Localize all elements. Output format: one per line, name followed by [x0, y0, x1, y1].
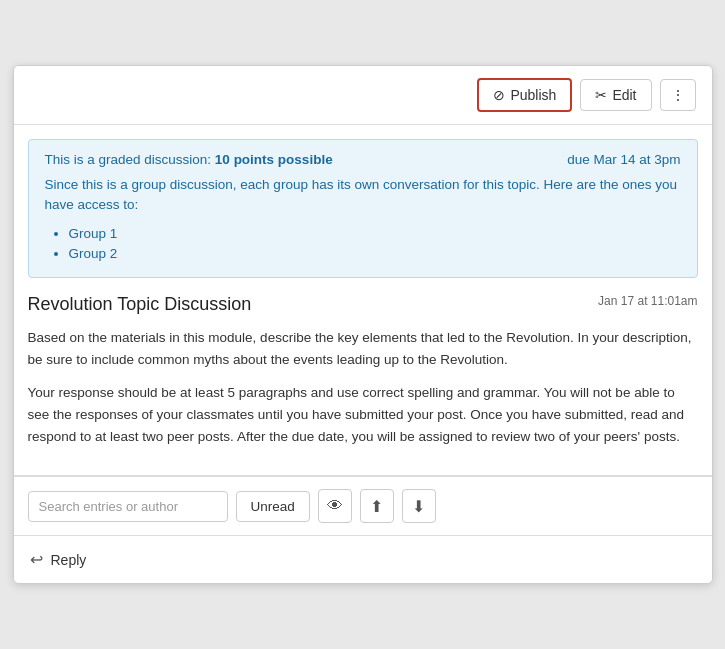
group-list: Group 1 Group 2 — [45, 225, 681, 261]
discussion-body: Based on the materials in this module, d… — [28, 327, 698, 447]
main-content: Revolution Topic Discussion Jan 17 at 11… — [14, 278, 712, 476]
graded-text: This is a graded discussion: 10 points p… — [45, 152, 333, 167]
reply-label: Reply — [51, 552, 87, 568]
list-item: Group 2 — [69, 245, 681, 261]
discussion-date: Jan 17 at 11:01am — [598, 294, 697, 308]
eye-icon: 👁 — [327, 497, 343, 515]
sort-down-button[interactable]: ⬇ — [402, 489, 436, 523]
sort-up-icon: ⬆ — [370, 497, 383, 516]
sort-up-button[interactable]: ⬆ — [360, 489, 394, 523]
discussion-window: ⊘ Publish ✂ Edit ⋮ This is a graded disc… — [13, 65, 713, 584]
info-banner: This is a graded discussion: 10 points p… — [28, 139, 698, 279]
paragraph-1: Based on the materials in this module, d… — [28, 327, 698, 370]
unread-button[interactable]: Unread — [236, 491, 310, 522]
publish-icon: ⊘ — [493, 87, 505, 103]
discussion-title: Revolution Topic Discussion — [28, 294, 252, 315]
edit-button[interactable]: ✂ Edit — [580, 79, 651, 111]
more-icon: ⋮ — [671, 87, 685, 103]
list-item: Group 1 — [69, 225, 681, 241]
banner-description: Since this is a group discussion, each g… — [45, 175, 681, 216]
toolbar: ⊘ Publish ✂ Edit ⋮ — [14, 66, 712, 125]
paragraph-2: Your response should be at least 5 parag… — [28, 382, 698, 447]
filter-bar: Unread 👁 ⬆ ⬇ — [14, 476, 712, 536]
view-toggle-button[interactable]: 👁 — [318, 489, 352, 523]
reply-icon: ↩ — [30, 550, 43, 569]
reply-bar[interactable]: ↩ Reply — [14, 536, 712, 583]
group2-link[interactable]: Group 2 — [69, 246, 118, 261]
more-options-button[interactable]: ⋮ — [660, 79, 696, 111]
unread-label: Unread — [251, 499, 295, 514]
sort-down-icon: ⬇ — [412, 497, 425, 516]
publish-label: Publish — [510, 87, 556, 103]
group1-link[interactable]: Group 1 — [69, 226, 118, 241]
publish-button[interactable]: ⊘ Publish — [477, 78, 572, 112]
discussion-header: Revolution Topic Discussion Jan 17 at 11… — [28, 294, 698, 315]
graded-line: This is a graded discussion: 10 points p… — [45, 152, 681, 167]
due-date: due Mar 14 at 3pm — [567, 152, 680, 167]
search-input[interactable] — [28, 491, 228, 522]
edit-label: Edit — [612, 87, 636, 103]
edit-icon: ✂ — [595, 87, 607, 103]
